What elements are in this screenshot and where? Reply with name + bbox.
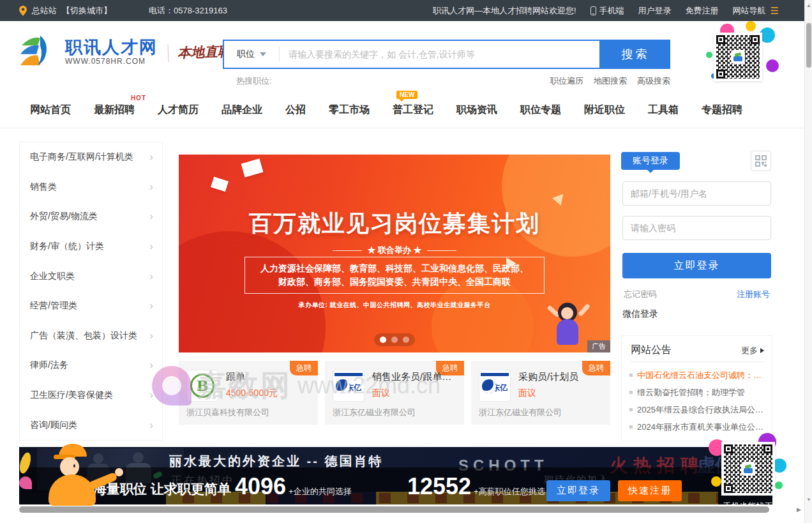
qr-center-logo — [742, 463, 754, 474]
notice-item[interactable]: 中国石化缙云石油支公司诚聘：加... — [629, 367, 767, 384]
job-card[interactable]: 急聘 B 跟单 4500-5000元 浙江贝嘉科技有限公司 — [179, 361, 318, 425]
category-label: 财务/审（统）计类 — [30, 241, 104, 252]
chevron-right-icon: › — [149, 299, 153, 312]
company-logo: B — [186, 370, 218, 402]
quick-link[interactable]: 地图搜索 — [594, 75, 627, 87]
sidebar-category[interactable]: 销售类 › — [20, 172, 162, 202]
qr-login-toggle-icon[interactable] — [751, 151, 771, 171]
hamburger-icon: ☰ — [771, 5, 779, 17]
carousel-dot[interactable] — [391, 337, 398, 343]
search-input[interactable] — [280, 49, 599, 59]
category-label: 咨询/顾问类 — [30, 420, 77, 431]
ad-tag: 广告 — [587, 340, 610, 352]
notice-item[interactable]: 缙云勤奋托管招聘：助理学管 — [629, 384, 767, 401]
sidebar-category[interactable]: 广告（装潢、包装）设计类 › — [20, 321, 162, 351]
sidebar-category[interactable]: 外贸/贸易/物流类 › — [20, 202, 162, 232]
wechat-login-link[interactable]: 微信登录 — [622, 308, 658, 320]
nav-item[interactable]: 职场资讯 — [455, 101, 499, 119]
quick-link[interactable]: 高级搜索 — [637, 75, 670, 87]
nav-item[interactable]: 人才简历 — [156, 101, 200, 119]
nav-item-label: 普工登记 — [393, 104, 433, 115]
hot-search-label: 热搜职位: — [236, 75, 272, 87]
sidebar-category[interactable]: 财务/审（统）计类 › — [20, 232, 162, 262]
bottom-login-button[interactable]: 立即登录 — [546, 480, 610, 501]
notice-item[interactable]: 2025年缙云县综合行政执法局公开... — [629, 401, 767, 418]
job-title: 跟单 — [226, 371, 313, 383]
horizontal-scrollbar-thumb[interactable] — [19, 506, 769, 513]
chevron-right-icon: › — [149, 359, 153, 372]
qr-center-logo — [732, 51, 744, 63]
nav-item-label: 公招 — [285, 104, 306, 115]
category-label: 外贸/贸易/物流类 — [30, 211, 98, 222]
mobile-version-link[interactable]: 手机端 — [590, 5, 624, 17]
carousel-banner[interactable]: 百万就业见习岗位募集计划 ★ 联合举办 ★ 人力资源社会保障部、教育部、科技部、… — [179, 155, 610, 352]
notice-more-link[interactable]: 更多 — [741, 345, 764, 356]
site-logo[interactable]: 职讯人才网 WWW.0578HR.COM 本地直聘网站 — [19, 33, 258, 71]
job-card[interactable]: 急聘 东亿 采购员/计划员 面议 浙江东亿磁业有限公司 — [471, 361, 610, 425]
sidebar-category[interactable]: 企业文职类 › — [20, 261, 162, 291]
search-button[interactable]: 搜索 — [601, 40, 670, 69]
nav-item[interactable]: 网站首页 — [29, 101, 72, 119]
nav-item[interactable]: 品牌企业 — [220, 101, 264, 119]
sidebar-category[interactable]: 律师/法务 › — [20, 351, 162, 381]
chevron-right-icon: › — [149, 181, 153, 193]
password-field[interactable] — [622, 216, 771, 240]
bottom-register-button[interactable]: 快速注册 — [618, 480, 682, 501]
nav-item[interactable]: HOT 最新招聘 — [93, 101, 136, 119]
banner-organizers: 人力资源社会保障部、教育部、科技部、工业和信息化部、民政部、 财政部、商务部、国… — [244, 257, 545, 294]
hot-search-row: 热搜职位: 职位遍历地图搜索高级搜索 — [223, 75, 670, 88]
topbar: 总站站 【切换城市】 电话：0578-3219163 职讯人才网—本地人才招聘网… — [0, 0, 804, 21]
quick-link[interactable]: 职位遍历 — [550, 75, 583, 87]
sidebar-category[interactable]: 卫生医疗/美容保健类 › — [20, 381, 162, 411]
chevron-right-icon: › — [149, 330, 153, 342]
nav-item-label: 职场资讯 — [456, 104, 497, 115]
scroll-up-arrow-icon[interactable]: ▲ — [805, 3, 812, 8]
bullet-icon — [629, 374, 633, 377]
bullet-icon — [629, 425, 633, 428]
nav-item[interactable]: NEW 普工登记 — [391, 101, 435, 119]
current-city: 总站站 — [32, 5, 57, 17]
sidebar-category[interactable]: 电子商务/互联网/计算机类 › — [20, 142, 162, 172]
job-company: 浙江贝嘉科技有限公司 — [186, 407, 312, 418]
account-login-tab[interactable]: 账号登录 — [621, 152, 680, 170]
user-login-link[interactable]: 用户登录 — [638, 5, 672, 17]
sitemap-link[interactable]: 网站导航☰ — [733, 5, 779, 17]
search-category-select[interactable]: 职位 — [224, 49, 279, 60]
vertical-scrollbar-thumb[interactable] — [806, 23, 811, 68]
job-card[interactable]: 急聘 东亿 销售业务员/跟单（内... 面议 浙江东亿磁业有限公司 — [325, 361, 464, 425]
nav-item-label: 职位专题 — [520, 104, 561, 115]
chevron-right-icon: › — [149, 210, 153, 223]
scroll-down-arrow-icon[interactable]: ▼ — [805, 497, 812, 503]
hot-badge: HOT — [131, 95, 146, 102]
login-button[interactable]: 立即登录 — [622, 253, 771, 278]
cheering-girl-illustration — [548, 303, 589, 349]
sidebar-category[interactable]: 咨询/顾问类 › — [20, 410, 162, 440]
nav-item[interactable]: 专题招聘 — [700, 101, 744, 119]
switch-city-link[interactable]: 【切换城市】 — [62, 5, 112, 17]
username-field[interactable] — [622, 181, 771, 206]
carousel-dot[interactable] — [403, 337, 409, 343]
vertical-scrollbar[interactable]: ▲ ▼ — [804, 0, 812, 523]
nav-item[interactable]: 工具箱 — [647, 101, 680, 119]
nav-item[interactable]: 零工市场 — [327, 101, 371, 119]
chevron-right-icon: › — [149, 389, 153, 402]
free-register-link[interactable]: 免费注册 — [686, 5, 719, 17]
notice-item[interactable]: 2024年丽水市直机关事业单位公开... — [629, 418, 767, 436]
nav-item[interactable]: 公招 — [284, 101, 307, 119]
job-salary: 面议 — [518, 388, 536, 399]
nav-item-label: 专题招聘 — [702, 104, 742, 115]
notice-title: 网站公告 — [631, 344, 672, 357]
nav-item[interactable]: 附近职位 — [583, 101, 626, 119]
chevron-right-icon: › — [149, 240, 153, 253]
welcome-text: 职讯人才网—本地人才招聘网站欢迎您! — [433, 5, 576, 17]
register-account-link[interactable]: 注册账号 — [737, 289, 770, 300]
carousel-dot[interactable] — [380, 337, 386, 343]
forgot-password-link[interactable]: 忘记密码 — [624, 289, 657, 300]
scroll-right-arrow-icon[interactable]: ▶ — [797, 506, 801, 513]
category-label: 企业文职类 — [30, 271, 75, 282]
nav-item[interactable]: 职位专题 — [519, 101, 562, 119]
sidebar-category[interactable]: 经营/管理类 › — [20, 291, 162, 321]
service-phone: 电话：0578-3219163 — [149, 5, 227, 17]
site-url: WWW.0578HR.COM — [65, 57, 158, 66]
horizontal-scrollbar[interactable] — [0, 506, 804, 514]
